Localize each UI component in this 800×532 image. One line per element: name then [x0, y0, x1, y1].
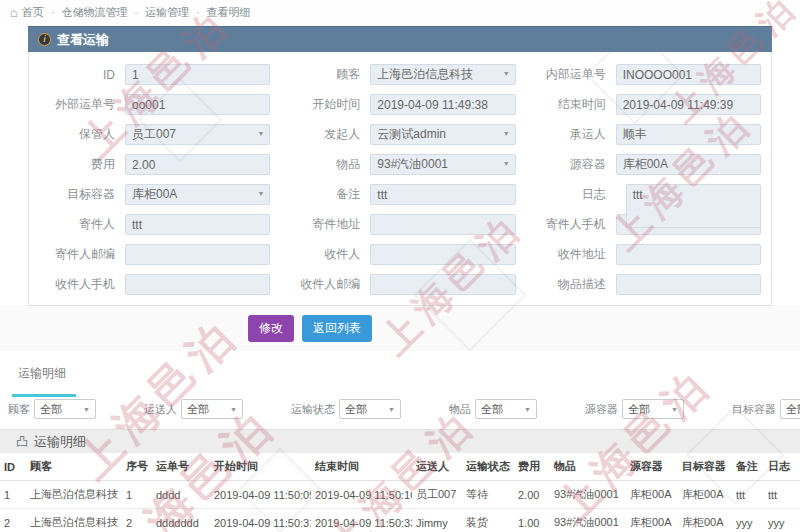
tab-transport-detail[interactable]: 运输明细 [12, 361, 76, 397]
field-value: ttt [377, 188, 387, 202]
table-cell: 上海邑泊信息科技 [26, 481, 122, 509]
form-field-end-time: 结束时间2019-04-09 11:49:39 [530, 94, 761, 115]
form-field-source-container: 源容器库柜00A [530, 154, 761, 175]
filter-item: 物品全部▼ [449, 399, 537, 419]
field-external-waybill-input[interactable]: oo001 [125, 94, 270, 115]
field-receiver-mobile-input[interactable] [125, 274, 270, 295]
column-header-1: 顾客 [26, 453, 122, 481]
field-label-log: 日志 [530, 186, 616, 203]
field-receiver-address-input[interactable] [616, 244, 761, 265]
table-cell: 库柜00A [626, 509, 678, 532]
filter-label-status: 运输状态 [291, 402, 335, 417]
field-sender-address-input[interactable] [370, 214, 515, 235]
field-label-sender: 寄件人 [39, 216, 125, 233]
field-sender-zip-input[interactable] [125, 244, 270, 265]
field-value: 上海邑泊信息科技 [377, 66, 473, 83]
filter-status-select[interactable]: 全部▼ [339, 399, 401, 419]
field-value: INOOOO001 [623, 68, 692, 82]
field-target-container-select[interactable]: 库柜00A▼ [125, 184, 270, 205]
field-customer-select[interactable]: 上海邑泊信息科技▼ [370, 64, 515, 85]
chevron-down-icon: ▼ [388, 406, 395, 413]
filter-value: 全部 [345, 402, 367, 417]
field-label-start-time: 开始时间 [284, 96, 370, 113]
filter-label-transporter: 运送人 [144, 402, 177, 417]
breadcrumb-item[interactable]: 查看明细 [207, 5, 251, 20]
table-cell: 2.00 [514, 481, 550, 509]
field-carrier-input[interactable]: 顺丰 [616, 124, 761, 145]
breadcrumb-item[interactable]: 运输管理 [145, 5, 189, 20]
filter-source-container: 源容器全部▼ [585, 399, 684, 419]
field-cost-input[interactable]: 2.00 [125, 154, 270, 175]
field-sender-input[interactable]: ttt [125, 214, 270, 235]
field-label-receiver: 收件人 [284, 246, 370, 263]
table-cell: 93#汽油0001 [550, 481, 626, 509]
table-cell: yyy [764, 509, 798, 532]
field-value: 2.00 [132, 158, 155, 172]
field-receiver-zip-input[interactable] [370, 274, 515, 295]
field-source-container-input[interactable]: 库柜00A [616, 154, 761, 175]
form-field-internal-waybill: 内部运单号INOOOO001 [530, 64, 761, 85]
field-label-carrier: 承运人 [530, 126, 616, 143]
form-field-external-waybill: 外部运单号oo001 [39, 94, 270, 115]
table-cell: 等待 [462, 481, 514, 509]
filter-item-select[interactable]: 全部▼ [475, 399, 537, 419]
filter-target-container-select[interactable]: 全部▼ [780, 399, 800, 419]
table-cell: ttt [764, 481, 798, 509]
field-label-source-container: 源容器 [530, 156, 616, 173]
filter-label-source-container: 源容器 [585, 402, 618, 417]
table-cell: 93#汽油0001 [550, 509, 626, 532]
column-header-2: 序号 [122, 453, 152, 481]
table-row[interactable]: 2上海邑泊信息科技2ddddddd2019-04-09 11:50:312019… [0, 509, 800, 532]
table-cell: 2019-04-09 11:50:33 [311, 509, 412, 532]
filter-transporter-select[interactable]: 全部▼ [181, 399, 243, 419]
table-cell: Jimmy [412, 509, 462, 532]
field-value: 云测试admin [377, 126, 446, 143]
field-log-input[interactable]: ttt [626, 184, 761, 228]
table-cell: ttt [732, 481, 764, 509]
field-remark-input[interactable]: ttt [370, 184, 515, 205]
field-custodian-select[interactable]: 员工007▼ [125, 124, 270, 145]
field-receiver-input[interactable] [370, 244, 515, 265]
field-start-time-input[interactable]: 2019-04-09 11:49:38 [370, 94, 515, 115]
filter-value: 全部 [40, 402, 62, 417]
breadcrumb-separator-icon: ◦ [134, 7, 138, 18]
filter-source-container-select[interactable]: 全部▼ [622, 399, 684, 419]
column-header-5: 结束时间 [311, 453, 412, 481]
chevron-down-icon: ▼ [503, 70, 510, 77]
edit-button[interactable]: 修改 [248, 315, 294, 342]
table-cell: 1 [0, 481, 26, 509]
field-label-end-time: 结束时间 [530, 96, 616, 113]
form-field-start-time: 开始时间2019-04-09 11:49:38 [284, 94, 515, 115]
form-field-sender-zip: 寄件人邮编 [39, 244, 270, 265]
filter-status: 运输状态全部▼ [291, 399, 401, 419]
filter-label-customer: 顾客 [8, 402, 30, 417]
field-item-description-input[interactable] [616, 274, 761, 295]
table-cell: 2 [122, 509, 152, 532]
field-end-time-input[interactable]: 2019-04-09 11:49:39 [616, 94, 761, 115]
breadcrumb-separator-icon: ◦ [196, 7, 200, 18]
table-cell: dddd [152, 481, 210, 509]
filter-customer-select[interactable]: 全部▼ [34, 399, 96, 419]
form-field-log: 日志ttt [530, 184, 761, 205]
field-value: 库柜00A [132, 186, 177, 203]
field-id-input[interactable]: 1 [125, 64, 270, 85]
table-header-row: ID顾客序号运单号开始时间结束时间运送人运输状态费用物品源容器目标容器备注日志 [0, 453, 800, 481]
table-cell: 2 [0, 509, 26, 532]
back-to-list-button[interactable]: 返回列表 [302, 315, 372, 342]
filter-label-item: 物品 [449, 402, 471, 417]
transport-form-panel: ID1顾客上海邑泊信息科技▼内部运单号INOOOO001外部运单号oo001开始… [28, 52, 772, 306]
detail-section-title: 运输明细 [34, 433, 86, 451]
field-label-initiator: 发起人 [284, 126, 370, 143]
breadcrumb-item[interactable]: 仓储物流管理 [61, 5, 127, 20]
filter-value: 全部 [786, 402, 800, 417]
field-internal-waybill-input[interactable]: INOOOO001 [616, 64, 761, 85]
table-row[interactable]: 1上海邑泊信息科技1dddd2019-04-09 11:50:092019-04… [0, 481, 800, 509]
breadcrumb: ⌂ 首页 ◦仓储物流管理◦运输管理◦查看明细 [0, 0, 800, 24]
table-cell: 1.00 [514, 509, 550, 532]
field-initiator-select[interactable]: 云测试admin▼ [370, 124, 515, 145]
filter-customer: 顾客全部▼ [8, 399, 96, 419]
field-value: oo001 [132, 98, 165, 112]
breadcrumb-home[interactable]: 首页 [22, 5, 44, 20]
field-item-select[interactable]: 93#汽油0001▼ [370, 154, 515, 175]
chevron-down-icon: ▼ [524, 406, 531, 413]
